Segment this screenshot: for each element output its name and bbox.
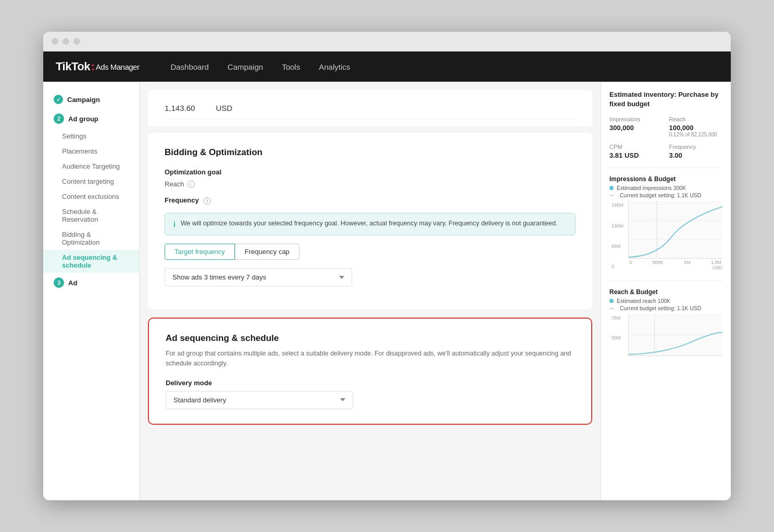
- panel-title: Estimated inventory: Purchase by fixed b…: [609, 90, 722, 109]
- info-box-icon: i: [173, 220, 176, 229]
- sidebar-bidding-optimization[interactable]: Bidding & Optimization: [43, 227, 139, 250]
- sidebar-content-targeting[interactable]: Content targeting: [43, 174, 139, 189]
- sidebar-placements[interactable]: Placements: [43, 144, 139, 159]
- main-content: 1,143.60 USD Bidding & Optimization Opti…: [140, 82, 601, 500]
- chart2-svg: [629, 314, 722, 356]
- sidebar-audience-targeting[interactable]: Audience Targeting: [43, 159, 139, 174]
- frequency-dropdown[interactable]: Show ads 3 times every 7 days: [165, 268, 352, 286]
- sidebar-adgroup[interactable]: 2 Ad group: [43, 109, 139, 129]
- sidebar: ✓ Campaign 2 Ad group Settings Placement…: [43, 82, 140, 500]
- sidebar-ad-sequencing[interactable]: Ad sequencing & schedule: [43, 250, 139, 273]
- stats-grid: Impressions 300,000 Reach 100,000 0.12% …: [609, 116, 722, 159]
- app-window: TikTok: Ads Manager Dashboard Campaign T…: [43, 32, 731, 500]
- frequency-info-box: i We will optimize towards your selected…: [165, 213, 576, 235]
- nav-campaign[interactable]: Campaign: [228, 60, 263, 73]
- chart1-container: [628, 201, 722, 259]
- amount-currency: USD: [216, 104, 232, 112]
- frequency-dropdown-label: Show ads 3 times every 7 days: [172, 273, 266, 281]
- chart-reach: Reach & Budget Estimated reach 100K Curr…: [609, 288, 722, 356]
- impressions-label: Impressions: [609, 116, 663, 122]
- chart2-container: [628, 314, 722, 356]
- chart1-title: Impressions & Budget: [609, 175, 722, 183]
- legend-dot-2: [609, 299, 614, 303]
- nav-items: Dashboard Campaign Tools Analytics: [170, 60, 350, 73]
- sidebar-ad[interactable]: 3 Ad: [43, 273, 139, 293]
- delivery-mode-label: Delivery mode: [166, 379, 575, 387]
- sidebar-content-exclusions[interactable]: Content exclusions: [43, 189, 139, 204]
- right-panel: Estimated inventory: Purchase by fixed b…: [601, 82, 731, 500]
- tab-frequency-cap[interactable]: Frequency cap: [235, 244, 299, 260]
- opt-goal-value: Reach i: [165, 180, 576, 188]
- sidebar-settings[interactable]: Settings: [43, 129, 139, 144]
- dot-red: [52, 38, 58, 45]
- logo-colon: :: [91, 60, 95, 73]
- nav-tools[interactable]: Tools: [282, 60, 300, 73]
- chart2-wrapper: 75M 50M: [628, 314, 722, 356]
- cpm-value: 3.81 USD: [609, 151, 663, 159]
- chart1-wrapper: 195M 130M 65M 0: [628, 201, 722, 270]
- chart2-legend2: Current budget setting: 1.1K USD: [609, 305, 722, 311]
- frequency-info-icon[interactable]: i: [204, 197, 211, 205]
- chart2-title: Reach & Budget: [609, 288, 722, 296]
- divider-2: [609, 281, 722, 281]
- frequency-tab-group: Target frequency Frequency cap: [165, 244, 576, 260]
- dot-green: [73, 38, 80, 45]
- legend-dot-1: [609, 186, 614, 190]
- sequencing-wrapper: ➜ Ad sequencing & schedule For ad group …: [148, 318, 592, 425]
- adgroup-badge: 2: [54, 113, 64, 124]
- title-bar: [43, 32, 731, 52]
- content-area: ✓ Campaign 2 Ad group Settings Placement…: [43, 82, 731, 500]
- logo: TikTok: Ads Manager: [56, 60, 139, 73]
- amount-card: 1,143.60 USD: [148, 90, 592, 126]
- delivery-mode-dropdown[interactable]: Standard delivery: [166, 391, 353, 409]
- logo-sub: Ads Manager: [96, 62, 140, 71]
- chart-impressions: Impressions & Budget Estimated impressio…: [609, 175, 722, 270]
- stat-reach: Reach 100,000 0.12% of 82,125,000: [669, 116, 723, 137]
- logo-tiktok: TikTok: [56, 60, 90, 73]
- stat-frequency: Frequency 3.00: [669, 144, 723, 159]
- chart2-legend1: Estimated reach 100K: [609, 298, 722, 304]
- chart1-x-unit: USD: [628, 265, 722, 270]
- frequency-stat-value: 3.00: [669, 151, 723, 159]
- sequencing-card: Ad sequencing & schedule For ad group th…: [148, 318, 592, 425]
- legend-line-2: [609, 308, 614, 309]
- cpm-label: CPM: [609, 144, 663, 150]
- reach-sub: 0.12% of 82,125,000: [669, 132, 723, 137]
- check-icon: ✓: [54, 95, 63, 104]
- chart1-svg: [629, 201, 722, 258]
- amount-row: 1,143.60 USD: [165, 97, 576, 119]
- chart1-legend2: Current budget setting: 1.1K USD: [609, 192, 722, 198]
- ad-badge: 3: [54, 277, 64, 288]
- impressions-value: 300,000: [609, 124, 663, 132]
- stat-impressions: Impressions 300,000: [609, 116, 663, 137]
- sidebar-campaign[interactable]: ✓ Campaign: [43, 90, 139, 109]
- opt-goal-info-icon[interactable]: i: [188, 181, 195, 188]
- divider-1: [609, 168, 722, 168]
- amount-value: 1,143.60: [165, 104, 195, 112]
- sidebar-schedule-reservation[interactable]: Schedule & Reservation: [43, 204, 139, 227]
- chart2-y-labels: 75M 50M: [611, 314, 621, 356]
- frequency-label: Frequency i: [165, 196, 576, 205]
- delivery-chevron-icon: [340, 398, 345, 401]
- nav-bar: TikTok: Ads Manager Dashboard Campaign T…: [43, 52, 731, 82]
- opt-goal-label: Optimization goal: [165, 168, 576, 176]
- delivery-mode-value: Standard delivery: [173, 396, 226, 404]
- chart1-legend1: Estimated impressions 300K: [609, 185, 722, 191]
- bidding-card: Bidding & Optimization Optimization goal…: [148, 133, 592, 309]
- frequency-stat-label: Frequency: [669, 144, 723, 150]
- nav-dashboard[interactable]: Dashboard: [170, 60, 208, 73]
- bidding-title: Bidding & Optimization: [165, 147, 576, 158]
- tab-target-frequency[interactable]: Target frequency: [165, 244, 235, 260]
- chart1-x-labels: 0 500K 1M 1.5M: [628, 260, 722, 265]
- reach-value: 100,000: [669, 124, 723, 132]
- nav-analytics[interactable]: Analytics: [319, 60, 350, 73]
- sequencing-desc: For ad group that contains multiple ads,…: [166, 349, 575, 369]
- legend-line-1: [609, 195, 614, 196]
- stat-cpm: CPM 3.81 USD: [609, 144, 663, 159]
- info-box-message: We will optimize towards your selected f…: [181, 220, 558, 227]
- chevron-down-icon: [339, 276, 344, 279]
- chart1-y-labels: 195M 130M 65M 0: [611, 201, 623, 270]
- reach-label: Reach: [669, 116, 723, 122]
- sequencing-title: Ad sequencing & schedule: [166, 333, 575, 344]
- dot-yellow: [63, 38, 69, 45]
